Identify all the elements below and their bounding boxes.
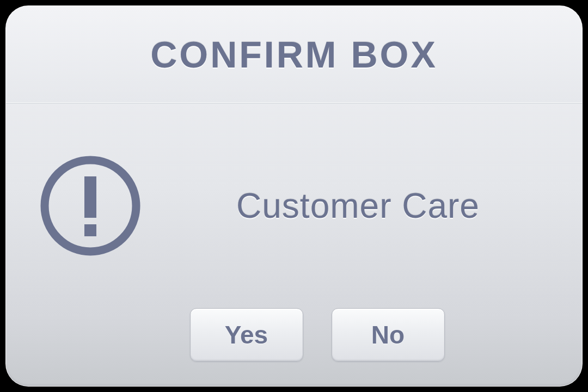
dialog-body-row: Customer Care bbox=[36, 125, 544, 308]
svg-rect-2 bbox=[84, 224, 96, 236]
confirm-dialog: CONFIRM BOX Customer Care Yes No bbox=[5, 5, 583, 387]
yes-button[interactable]: Yes bbox=[190, 308, 303, 362]
dialog-footer: Yes No bbox=[90, 308, 544, 364]
no-button[interactable]: No bbox=[332, 308, 445, 362]
dialog-title: CONFIRM BOX bbox=[150, 33, 438, 76]
svg-rect-1 bbox=[84, 176, 96, 218]
dialog-message: Customer Care bbox=[194, 186, 522, 226]
alert-icon bbox=[36, 151, 145, 260]
dialog-body: Customer Care Yes No bbox=[6, 103, 582, 386]
dialog-header: CONFIRM BOX bbox=[6, 6, 582, 103]
